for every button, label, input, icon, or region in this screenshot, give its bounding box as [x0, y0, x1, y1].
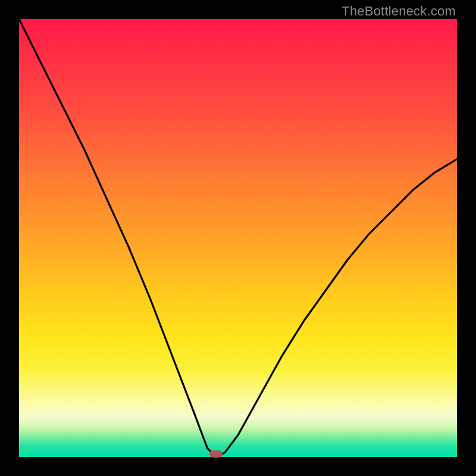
watermark-text: TheBottleneck.com [342, 4, 456, 19]
optimum-marker [209, 450, 223, 458]
chart-frame: TheBottleneck.com [0, 0, 476, 476]
plot-area [19, 19, 457, 457]
bottleneck-curve [19, 19, 457, 457]
